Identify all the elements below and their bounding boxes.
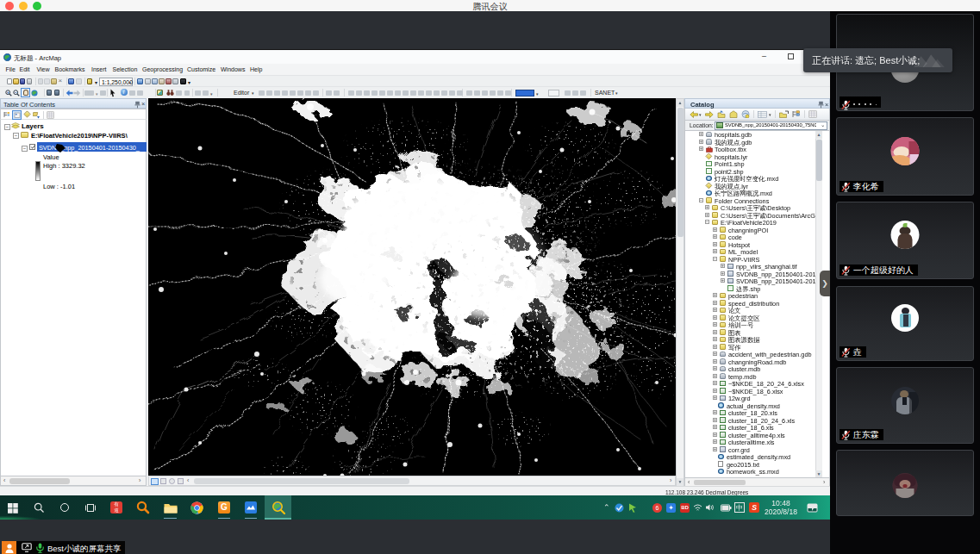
svg-text:+: +	[6, 90, 9, 94]
svg-text:−: −	[14, 90, 16, 94]
